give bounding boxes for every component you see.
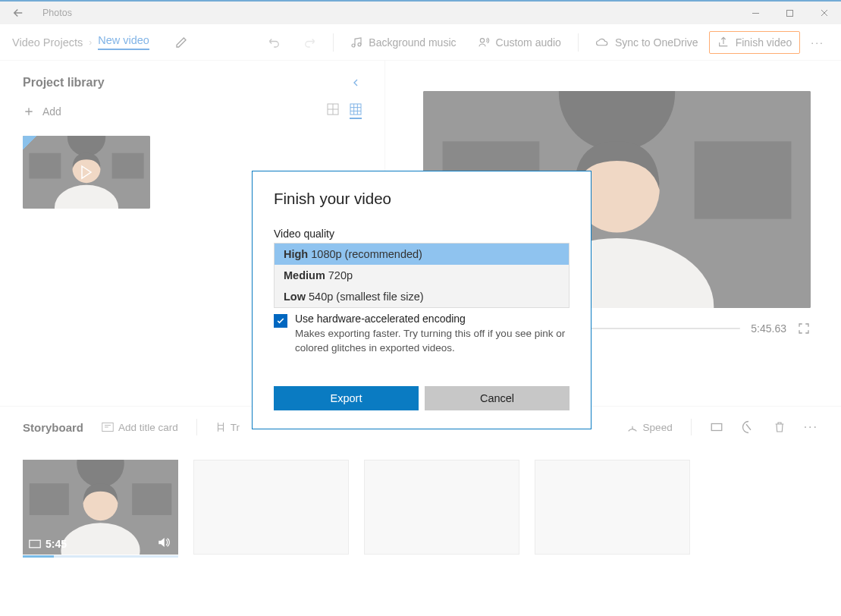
quality-option-medium[interactable]: Medium 720p [275, 265, 569, 286]
quality-dropdown[interactable]: High 1080p (recommended) Medium 720p Low… [274, 243, 570, 308]
hw-encoding-checkbox[interactable] [274, 314, 287, 328]
finish-video-dialog: Finish your video Video quality High 108… [252, 171, 592, 429]
hw-encoding-label: Use hardware-accelerated encoding [295, 313, 570, 325]
quality-option-low[interactable]: Low 540p (smallest file size) [275, 286, 569, 307]
cancel-button[interactable]: Cancel [425, 386, 570, 410]
video-quality-label: Video quality [274, 228, 570, 240]
export-button[interactable]: Export [274, 386, 419, 410]
dialog-title: Finish your video [274, 190, 570, 208]
quality-option-high[interactable]: High 1080p (recommended) [275, 244, 569, 265]
hw-encoding-description: Makes exporting faster. Try turning this… [295, 327, 570, 356]
